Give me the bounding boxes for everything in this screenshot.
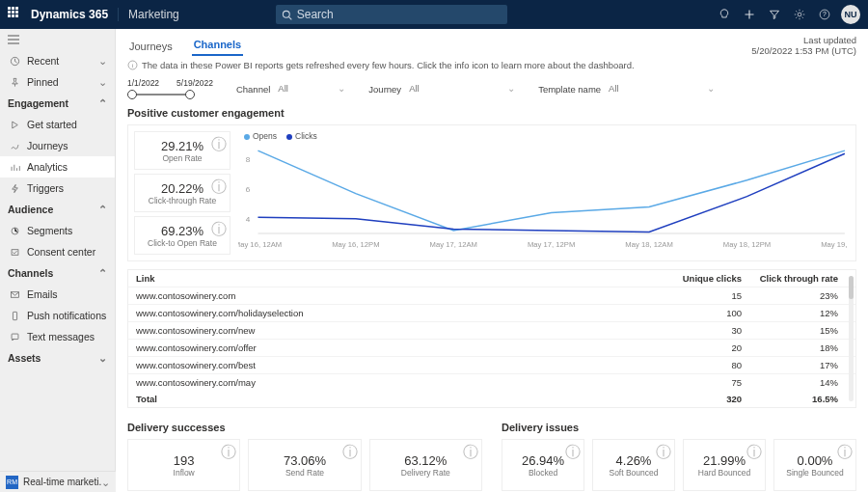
chevron-up-icon: ⌄ (98, 352, 107, 364)
col-ctr[interactable]: Click through rate (742, 273, 848, 284)
help-icon[interactable]: ? (812, 9, 837, 20)
tile-value: 0.00% (798, 453, 833, 468)
col-link[interactable]: Link (136, 273, 655, 284)
tile-label: Send Rate (285, 468, 324, 478)
play-icon (8, 120, 21, 130)
tile-value: 193 (174, 453, 195, 468)
sidebar-item-label: Segments (27, 225, 72, 236)
info-icon[interactable]: ⓘ (211, 220, 227, 240)
kpi-value: 29.21% (161, 139, 203, 153)
legend-item[interactable]: Opens (244, 131, 277, 141)
col-clicks[interactable]: Unique clicks (655, 273, 742, 284)
metric-tile: ⓘ0.00%Single Bounced (773, 439, 856, 491)
table-row[interactable]: www.contosowinery.com/best8017% (128, 357, 855, 374)
sidebar-item-push-notifications[interactable]: Push notifications (0, 305, 115, 326)
tile-label: Soft Bounced (609, 468, 658, 478)
svg-point-0 (283, 11, 289, 17)
sidebar-pinned[interactable]: Pinned⌄ (0, 71, 115, 93)
filter-icon[interactable] (762, 9, 787, 20)
info-icon[interactable]: ⓘ (746, 443, 762, 463)
legend-item[interactable]: Clicks (286, 131, 317, 141)
sidebar-item-consent-center[interactable]: Consent center (0, 241, 115, 262)
table-row[interactable]: www.contosowinery.com/new3015% (128, 322, 855, 340)
sidebar-item-text-messages[interactable]: Text messages (0, 326, 115, 347)
chevron-down-icon: ⌄ (707, 83, 715, 94)
analytics-icon (8, 162, 21, 173)
search-input[interactable]: Search (276, 5, 507, 24)
svg-point-2 (798, 13, 801, 16)
metric-tile: ⓘ63.12%Delivery Rate (369, 439, 482, 491)
info-icon[interactable]: ⓘ (463, 443, 478, 463)
filters: 1/1/20225/19/2022 ChannelAll⌄ JourneyAll… (127, 78, 856, 99)
svg-text:May 17, 12PM: May 17, 12PM (528, 240, 575, 249)
date-range-slider[interactable]: 1/1/20225/19/2022 (127, 78, 213, 99)
svg-rect-9 (13, 312, 16, 319)
info-icon[interactable]: ⓘ (837, 443, 853, 463)
metric-tile: ⓘ73.06%Send Rate (248, 439, 361, 491)
scrollbar[interactable] (849, 276, 854, 401)
info-icon[interactable]: ⓘ (565, 443, 581, 463)
svg-text:8: 8 (246, 155, 251, 164)
chevron-down-icon: ⌄ (98, 76, 107, 88)
table-row[interactable]: www.contosowinery.com1523% (128, 287, 855, 305)
kpi-label: Click-through Rate (149, 196, 216, 205)
info-icon[interactable]: ⓘ (342, 443, 358, 463)
sidebar-group-audience[interactable]: Audience⌃ (0, 199, 115, 220)
sidebar-recent[interactable]: Recent⌄ (0, 50, 115, 71)
info-icon[interactable]: ⓘ (221, 443, 236, 463)
sidebar-item-get-started[interactable]: Get started (0, 114, 115, 135)
info-icon[interactable]: ⓘ (211, 135, 227, 155)
metric-tile: ⓘ193Inflow (127, 439, 240, 491)
filter-journey[interactable]: JourneyAll⌄ (368, 83, 515, 95)
table-row[interactable]: www.contosowinery.com/offer2018% (128, 340, 855, 357)
sidebar: Recent⌄ Pinned⌄ Engagement⌃Get startedJo… (0, 29, 116, 492)
lightbulb-icon[interactable] (712, 9, 737, 20)
clock-icon (8, 56, 21, 67)
chevron-down-icon: ⌄ (338, 83, 345, 94)
table-row[interactable]: www.contosowinery.com/holidayselection10… (128, 305, 855, 322)
area-label: Real-time marketi... (23, 477, 101, 487)
svg-text:May 18, 12AM: May 18, 12AM (625, 240, 672, 249)
plus-icon[interactable] (737, 9, 762, 20)
sidebar-pinned-label: Pinned (27, 76, 59, 88)
area-label: Marketing (118, 8, 179, 21)
line-chart: 468May 16, 12AMMay 16, 12PMMay 17, 12AMM… (238, 131, 850, 251)
sidebar-item-triggers[interactable]: Triggers (0, 178, 115, 199)
consent-icon (8, 247, 21, 258)
table-row[interactable]: www.contosowinery.com/may7514% (128, 374, 855, 391)
filter-channel[interactable]: ChannelAll⌄ (236, 83, 345, 95)
kpi-tile: ⓘ69.23%Click-to Open Rate (134, 216, 231, 255)
app-launcher-icon[interactable] (8, 7, 23, 22)
sidebar-item-label: Text messages (27, 331, 95, 342)
sidebar-item-journeys[interactable]: Journeys (0, 135, 115, 156)
info-icon[interactable]: ⓘ (656, 443, 671, 463)
sidebar-item-emails[interactable]: Emails (0, 284, 115, 305)
sidebar-group-assets[interactable]: Assets⌄ (0, 347, 115, 369)
sidebar-footer[interactable]: RM Real-time marketi... ⌄ (0, 471, 116, 492)
info-icon[interactable]: i (127, 60, 138, 70)
tab-channels[interactable]: Channels (192, 35, 244, 56)
info-icon[interactable]: ⓘ (211, 178, 227, 198)
tabs: Journeys Channels Last updated 5/20/2022… (116, 29, 868, 56)
sidebar-item-label: Analytics (27, 161, 68, 173)
topbar: Dynamics 365 Marketing Search ? NU (0, 0, 868, 29)
chevron-down-icon: ⌄ (101, 477, 110, 488)
hamburger-icon[interactable] (0, 29, 115, 50)
sidebar-group-channels[interactable]: Channels⌃ (0, 262, 115, 284)
sidebar-item-segments[interactable]: Segments (0, 220, 115, 241)
table-header: Link Unique clicks Click through rate (128, 270, 855, 287)
pin-icon (8, 77, 21, 88)
svg-rect-7 (12, 249, 18, 255)
chevron-up-icon: ⌃ (98, 267, 107, 279)
svg-text:?: ? (823, 11, 827, 17)
gear-icon[interactable] (787, 9, 812, 20)
email-icon (8, 289, 21, 300)
tab-journeys[interactable]: Journeys (127, 37, 175, 56)
link-table: Link Unique clicks Click through rate ww… (127, 269, 856, 408)
push-icon (8, 311, 21, 321)
sidebar-item-label: Consent center (27, 246, 95, 258)
sidebar-item-analytics[interactable]: Analytics (0, 156, 115, 178)
sidebar-group-engagement[interactable]: Engagement⌃ (0, 93, 115, 114)
avatar[interactable]: NU (841, 5, 860, 24)
filter-template[interactable]: Template nameAll⌄ (538, 83, 715, 95)
